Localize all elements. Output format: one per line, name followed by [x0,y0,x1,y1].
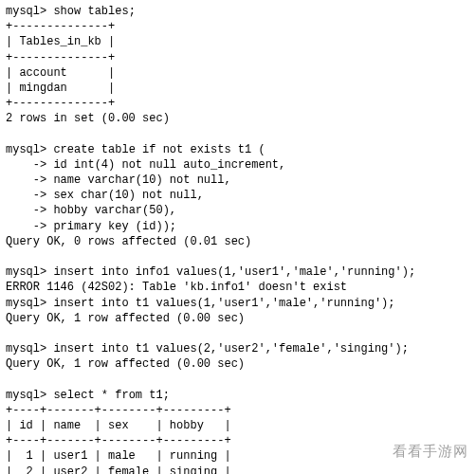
prompt: mysql> [6,5,53,18]
prompt: mysql> [6,342,53,356]
command-text: hobby varchar(50), [53,204,176,217]
result-ok: Query OK, 1 row affected (0.00 sec) [6,356,470,372]
continuation-arrow: -> [6,158,53,172]
command-text: create table if not exists t1 ( [53,143,265,156]
table-border: +----+-------+--------+---------+ [6,403,470,418]
cmd-insert-t1-2: mysql> insert into t1 values(2,'user2','… [6,341,470,356]
command-text: name varchar(10) not null, [53,173,230,187]
table-border: +--------------+ [6,50,470,65]
table-row: | 2 | user2 | female | singing | [6,465,470,474]
prompt: mysql> [6,297,53,310]
continuation-arrow: -> [6,204,53,217]
table-row: | account | [6,65,470,81]
table-border: +--------------+ [6,96,470,111]
result-ok: Query OK, 0 rows affected (0.01 sec) [6,234,470,249]
command-text: insert into t1 values(2,'user2','female'… [53,342,408,356]
table-border: +--------------+ [6,19,470,34]
blank-line [6,326,470,341]
continuation-arrow: -> [6,220,53,233]
blank-line [6,249,470,264]
continuation-arrow: -> [6,173,53,187]
command-text: select * from t1; [53,389,169,402]
cmd-create-table: mysql> create table if not exists t1 ( [6,142,470,157]
blank-line [6,373,470,388]
prompt: mysql> [6,143,53,156]
command-text: id int(4) not null auto_increment, [53,158,285,172]
cmd-continuation: -> hobby varchar(50), [6,203,470,218]
prompt: mysql> [6,389,53,402]
cmd-continuation: -> name varchar(10) not null, [6,173,470,188]
command-text: insert into t1 values(1,'user1','male','… [53,297,394,310]
blank-line [6,127,470,142]
cmd-insert-t1-1: mysql> insert into t1 values(1,'user1','… [6,296,470,311]
result-footer: 2 rows in set (0.00 sec) [6,111,470,126]
table-header: | Tables_in_kb | [6,34,470,49]
cmd-insert-info1: mysql> insert into info1 values(1,'user1… [6,264,470,280]
mysql-terminal: mysql> show tables; +--------------+ | T… [0,0,476,474]
continuation-arrow: -> [6,189,53,202]
result-error: ERROR 1146 (42S02): Table 'kb.info1' doe… [6,280,470,295]
cmd-show-tables: mysql> show tables; [6,4,470,19]
watermark-text: 看看手游网 [393,442,468,461]
cmd-continuation: -> sex char(10) not null, [6,188,470,203]
table-header: | id | name | sex | hobby | [6,418,470,433]
command-text: sex char(10) not null, [53,189,203,202]
table-row: | mingdan | [6,81,470,96]
command-text: primary key (id)); [53,220,176,233]
command-text: insert into info1 values(1,'user1','male… [53,265,415,279]
cmd-select-t1: mysql> select * from t1; [6,388,470,403]
command-text: show tables; [53,5,135,18]
cmd-continuation: -> primary key (id)); [6,219,470,234]
prompt: mysql> [6,265,53,279]
result-ok: Query OK, 1 row affected (0.00 sec) [6,311,470,326]
cmd-continuation: -> id int(4) not null auto_increment, [6,157,470,173]
